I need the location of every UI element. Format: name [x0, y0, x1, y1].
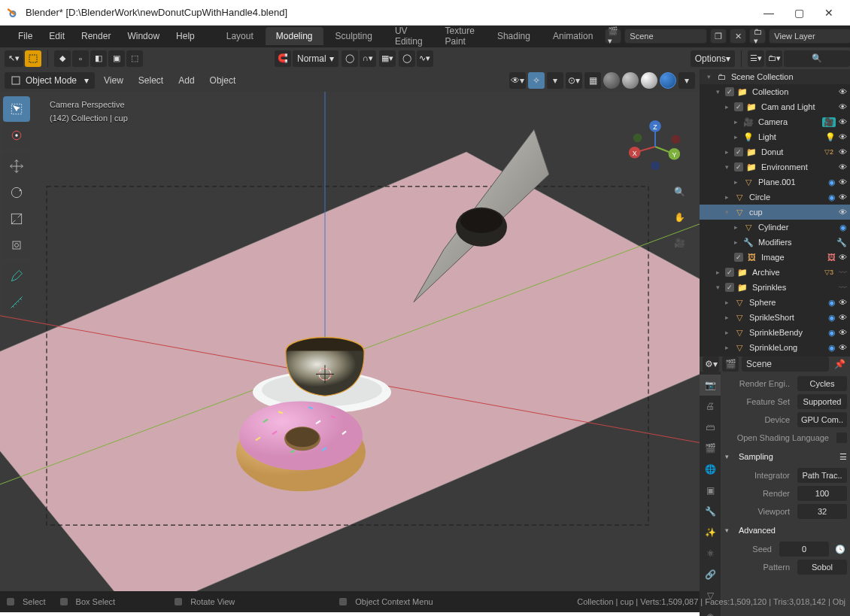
- shading-wire-icon[interactable]: [603, 72, 620, 89]
- expand-arrow-icon[interactable]: ▸: [731, 178, 740, 186]
- workspace-tab-sculpting[interactable]: Sculpting: [325, 27, 383, 45]
- scene-icon[interactable]: 🎬: [722, 357, 739, 372]
- prop-tab-output[interactable]: 🖨: [700, 396, 721, 417]
- visibility-icon[interactable]: 👁▾: [509, 72, 526, 89]
- outliner-item[interactable]: ▸🔧Modifiers🔧: [700, 235, 850, 250]
- face2-icon[interactable]: ▣: [108, 50, 125, 67]
- proportional-falloff-icon[interactable]: ∩▾: [360, 50, 376, 67]
- expand-arrow-icon[interactable]: ▸: [722, 193, 731, 201]
- visibility-eye-icon[interactable]: 👁: [839, 102, 847, 111]
- menu-render[interactable]: Render: [74, 28, 118, 44]
- minimize-button[interactable]: —: [754, 1, 784, 25]
- outliner-item[interactable]: ▸▽Plane.001◉👁: [700, 174, 850, 190]
- viewlayer-name-input[interactable]: View Layer: [769, 29, 850, 44]
- prop-tab-modifier[interactable]: 🔧: [700, 501, 721, 522]
- outliner-item[interactable]: ▸▽Sphere◉👁: [700, 295, 850, 310]
- select-tool-dropdown[interactable]: ↖▾: [5, 50, 23, 67]
- gizmo-toggle-icon[interactable]: ✧: [528, 72, 545, 89]
- outliner-item[interactable]: ▾✓📁Environment👁: [700, 159, 850, 174]
- menu-file[interactable]: File: [11, 28, 40, 44]
- checkbox[interactable]: ✓: [734, 253, 743, 262]
- menu-edit[interactable]: Edit: [41, 28, 72, 44]
- prop-tab-world[interactable]: 🌐: [700, 459, 721, 480]
- magnet-icon[interactable]: 🧲: [275, 50, 291, 67]
- outliner-item[interactable]: ▸💡Light💡👁: [700, 129, 850, 144]
- workspace-tab-modeling[interactable]: Modeling: [266, 27, 323, 45]
- prop-tab-physics[interactable]: ⚛: [700, 543, 721, 564]
- outliner-item[interactable]: ▸▽SprikleShort◉👁: [700, 310, 850, 325]
- camera-badge[interactable]: 🎥: [822, 117, 836, 127]
- expand-arrow-icon[interactable]: ▸: [722, 314, 731, 321]
- scene-label[interactable]: Scene: [742, 357, 829, 372]
- visibility-eye-icon[interactable]: 👁: [839, 313, 847, 322]
- outliner-item[interactable]: ▸▽SprinkleLong◉👁: [700, 340, 850, 355]
- checkbox[interactable]: ✓: [734, 162, 743, 171]
- outliner-editor-icon[interactable]: ☰▾: [748, 50, 764, 67]
- mode-select[interactable]: Object Mode ▾: [5, 72, 95, 89]
- visibility-hidden-icon[interactable]: 〰: [839, 268, 847, 277]
- seed-input[interactable]: 0: [779, 542, 829, 557]
- outliner-item[interactable]: ▾✓📁Collection👁: [700, 84, 850, 99]
- expand-arrow-icon[interactable]: ▾: [722, 163, 731, 171]
- zoom-icon[interactable]: 🔍: [669, 182, 689, 202]
- visibility-eye-icon[interactable]: 👁: [839, 343, 847, 352]
- proportional-icon[interactable]: ◯: [342, 50, 358, 67]
- expand-arrow-icon[interactable]: ▾: [722, 208, 731, 216]
- props-editor-icon[interactable]: ⚙▾: [703, 357, 719, 372]
- workspace-tab-texturepaint[interactable]: Texture Paint: [435, 22, 485, 50]
- shading-menu-icon[interactable]: ▾: [678, 72, 695, 89]
- close-button[interactable]: ✕: [814, 1, 844, 25]
- browse-scene-icon[interactable]: 🎬▾: [605, 29, 621, 44]
- prop-tab-object[interactable]: ▣: [700, 480, 721, 501]
- menu-window[interactable]: Window: [120, 28, 167, 44]
- outliner-item[interactable]: ✓🖼Image🖼👁: [700, 250, 850, 265]
- outliner-item[interactable]: ▸🎥Camera🎥👁: [700, 114, 850, 129]
- outliner-search[interactable]: 🔍: [784, 50, 850, 67]
- advanced-panel-header[interactable]: ▾Advanced: [725, 520, 847, 540]
- checkbox[interactable]: ✓: [734, 102, 743, 111]
- count-badge[interactable]: ▽3: [822, 269, 836, 276]
- visibility-eye-icon[interactable]: 👁: [839, 132, 847, 141]
- outliner-item[interactable]: ▾✓📁Sprinkles〰: [700, 280, 850, 295]
- overlay-icon[interactable]: ⊙▾: [566, 72, 582, 89]
- material-badge[interactable]: ◉: [839, 223, 847, 232]
- material-badge[interactable]: ◉: [828, 313, 836, 323]
- vp-menu-object[interactable]: Object: [204, 75, 242, 86]
- visibility-eye-icon[interactable]: 👁: [839, 178, 847, 187]
- expand-arrow-icon[interactable]: ▸: [713, 269, 722, 276]
- outliner-item[interactable]: ▸✓📁Cam and Light👁: [700, 99, 850, 114]
- material-badge[interactable]: ◉: [828, 343, 836, 353]
- render-engine-select[interactable]: Cycles: [797, 376, 847, 391]
- visibility-eye-icon[interactable]: 👁: [839, 208, 847, 217]
- render-samples-input[interactable]: 100: [797, 486, 847, 501]
- expand-arrow-icon[interactable]: ▸: [731, 238, 740, 246]
- view-gizmo[interactable]: X Y Z: [626, 117, 685, 176]
- outliner-item[interactable]: ▸▽Cylinder◉: [700, 220, 850, 235]
- outliner-item[interactable]: ▸▽Circle◉👁: [700, 190, 850, 205]
- browse-layer-icon[interactable]: 🗀▾: [749, 29, 766, 44]
- prop-tab-particle[interactable]: ✨: [700, 522, 721, 543]
- sampling-panel-header[interactable]: ▾Sampling☰: [725, 447, 847, 466]
- circle-icon[interactable]: ◯: [399, 50, 415, 67]
- count-badge[interactable]: ▽2: [822, 148, 836, 156]
- tool-cursor[interactable]: [3, 123, 30, 148]
- menu-help[interactable]: Help: [168, 28, 202, 44]
- outliner-item[interactable]: ▾▽cup👁: [700, 205, 850, 220]
- maximize-button[interactable]: ▢: [784, 1, 814, 25]
- workspace-tab-shading[interactable]: Shading: [487, 27, 541, 45]
- material-badge[interactable]: ◉: [828, 178, 836, 187]
- checkbox[interactable]: ✓: [734, 147, 743, 156]
- tool-annotate[interactable]: [3, 263, 30, 289]
- expand-arrow-icon[interactable]: ▸: [722, 148, 731, 156]
- image-badge[interactable]: 🖼: [827, 253, 836, 262]
- expand-arrow-icon[interactable]: ▸: [722, 329, 731, 336]
- device-select[interactable]: GPU Com..: [797, 412, 847, 427]
- seed-clock-icon[interactable]: 🕓: [833, 545, 847, 554]
- tool-select-box[interactable]: [3, 96, 30, 122]
- options-dropdown[interactable]: Options ▾: [691, 50, 735, 67]
- vp-menu-view[interactable]: View: [98, 75, 129, 86]
- expand-arrow-icon[interactable]: ▸: [731, 223, 740, 231]
- modifier-badge[interactable]: 🔧: [836, 238, 847, 247]
- outliner-mode-icon[interactable]: 🗀▾: [766, 50, 782, 67]
- outliner-root[interactable]: ▾ 🗀 Scene Collection: [700, 69, 850, 84]
